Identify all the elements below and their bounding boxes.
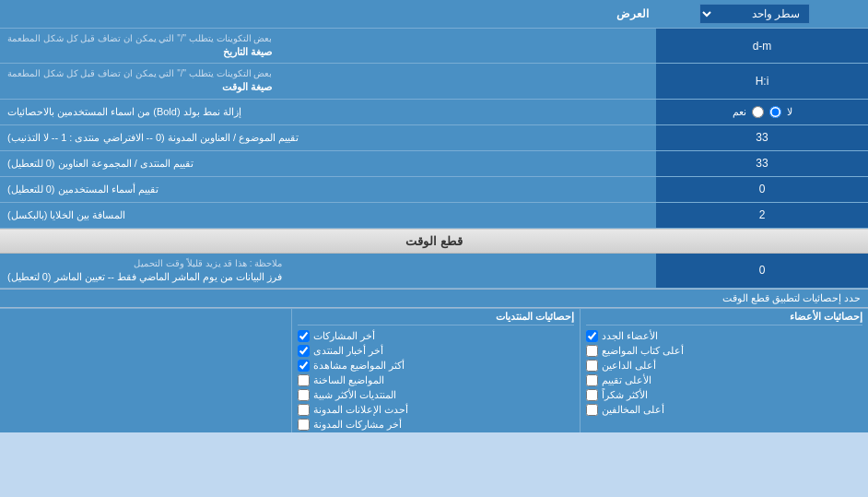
members-stats-col: إحصائيات الأعضاء الأعضاء الجدد أعلى كتاب… bbox=[580, 309, 868, 432]
time-format-input-container bbox=[656, 64, 868, 98]
stats-right-spacer bbox=[0, 309, 291, 432]
bold-remove-yes-radio[interactable] bbox=[752, 106, 764, 118]
checkbox-item-most-thanks: الأكثر شكراً bbox=[586, 389, 862, 401]
display-select-container: سطر واحد سطران ثلاثة أسطر bbox=[649, 4, 861, 24]
user-names-sort-input-container bbox=[656, 177, 868, 202]
checkbox-item-forum-news: أخر أخبار المنتدى bbox=[298, 345, 574, 357]
members-stats-header: إحصائيات الأعضاء bbox=[586, 311, 862, 325]
checkbox-blog-posts[interactable] bbox=[298, 419, 310, 431]
time-format-input[interactable] bbox=[662, 75, 862, 88]
checkbox-latest-posts[interactable] bbox=[298, 330, 310, 342]
filter-data-input[interactable] bbox=[662, 264, 862, 277]
user-names-sort-input[interactable] bbox=[662, 183, 862, 195]
stats-define-label: حدد إحصائيات لتطبيق قطع الوقت bbox=[7, 292, 861, 304]
filter-data-input-container bbox=[656, 254, 868, 288]
bold-remove-no-radio[interactable] bbox=[769, 106, 781, 118]
checkbox-item-top-authors: أعلى كتاب المواضيع bbox=[586, 345, 862, 357]
checkbox-item-new-members: الأعضاء الجدد bbox=[586, 330, 862, 342]
forum-group-sort-input-container bbox=[656, 151, 868, 176]
checkbox-item-most-viewed: أكثر المواضيع مشاهدة bbox=[298, 360, 574, 372]
bold-remove-label: إزالة نمط بولد (Bold) من اسماء المستخدمي… bbox=[0, 100, 656, 124]
checkbox-item-most-similar: المنتديات الأكثر شبية bbox=[298, 389, 574, 401]
checkbox-item-latest-announcements: أحدث الإعلانات المدونة bbox=[298, 404, 574, 416]
checkbox-top-violations[interactable] bbox=[586, 404, 598, 416]
filter-data-label: ملاحظة : هذا قد يزيد قليلاً وقت التحميل … bbox=[0, 254, 656, 288]
checkbox-most-viewed[interactable] bbox=[298, 360, 310, 372]
forum-stats-col: إحصائيات المنتديات أخر المشاركات أخر أخب… bbox=[291, 309, 580, 432]
checkbox-most-similar[interactable] bbox=[298, 389, 310, 401]
time-format-label: بعض التكوينات يتطلب "/" التي يمكن ان تضا… bbox=[0, 64, 656, 98]
checkbox-item-top-violations: أعلى المخالفين bbox=[586, 404, 862, 416]
checkbox-latest-announcements[interactable] bbox=[298, 404, 310, 416]
date-format-label: بعض التكوينات يتطلب "/" التي يمكن ان تضا… bbox=[0, 29, 656, 63]
cell-spacing-input[interactable] bbox=[662, 208, 862, 221]
radio-no-label: لا bbox=[787, 106, 792, 118]
cell-spacing-label: المسافة بين الخلايا (بالبكسل) bbox=[0, 203, 656, 228]
user-names-sort-label: تقييم أسماء المستخدمين (0 للتعطيل) bbox=[0, 177, 656, 202]
checkbox-top-rated[interactable] bbox=[586, 374, 598, 386]
display-label: العرض bbox=[7, 7, 649, 20]
forum-group-sort-label: تقييم المنتدى / المجموعة العناوين (0 للت… bbox=[0, 151, 656, 176]
radio-yes-label: نعم bbox=[733, 106, 746, 118]
date-format-input[interactable] bbox=[662, 40, 862, 53]
checkbox-most-thanks[interactable] bbox=[586, 389, 598, 401]
checkbox-forum-news[interactable] bbox=[298, 345, 310, 357]
forum-group-sort-input[interactable] bbox=[662, 157, 862, 170]
display-select[interactable]: سطر واحد سطران ثلاثة أسطر bbox=[699, 4, 810, 24]
forum-topic-sort-label: تقييم الموضوع / العناوين المدونة (0 -- ا… bbox=[0, 125, 656, 150]
checkbox-top-authors[interactable] bbox=[586, 345, 598, 357]
checkbox-item-blog-posts: أخر مشاركات المدونة bbox=[298, 419, 574, 431]
time-cut-header: قطع الوقت bbox=[0, 229, 868, 254]
checkbox-item-latest-posts: أخر المشاركات bbox=[298, 330, 574, 342]
cell-spacing-input-container bbox=[656, 203, 868, 228]
bold-remove-radio-container: لا نعم bbox=[656, 100, 868, 124]
checkbox-new-members[interactable] bbox=[586, 330, 598, 342]
stats-define-row: حدد إحصائيات لتطبيق قطع الوقت bbox=[0, 289, 868, 308]
checkbox-item-hot-topics: المواضيع الساخنة bbox=[298, 374, 574, 386]
checkbox-hot-topics[interactable] bbox=[298, 374, 310, 386]
date-format-input-container bbox=[656, 29, 868, 63]
checkbox-item-top-inviters: أعلى الداعين bbox=[586, 360, 862, 372]
checkbox-top-inviters[interactable] bbox=[586, 360, 598, 372]
forum-stats-header: إحصائيات المنتديات bbox=[298, 311, 574, 325]
checkbox-item-top-rated: الأعلى تقييم bbox=[586, 374, 862, 386]
forum-topic-sort-input[interactable] bbox=[662, 131, 862, 144]
forum-topic-sort-input-container bbox=[656, 125, 868, 150]
